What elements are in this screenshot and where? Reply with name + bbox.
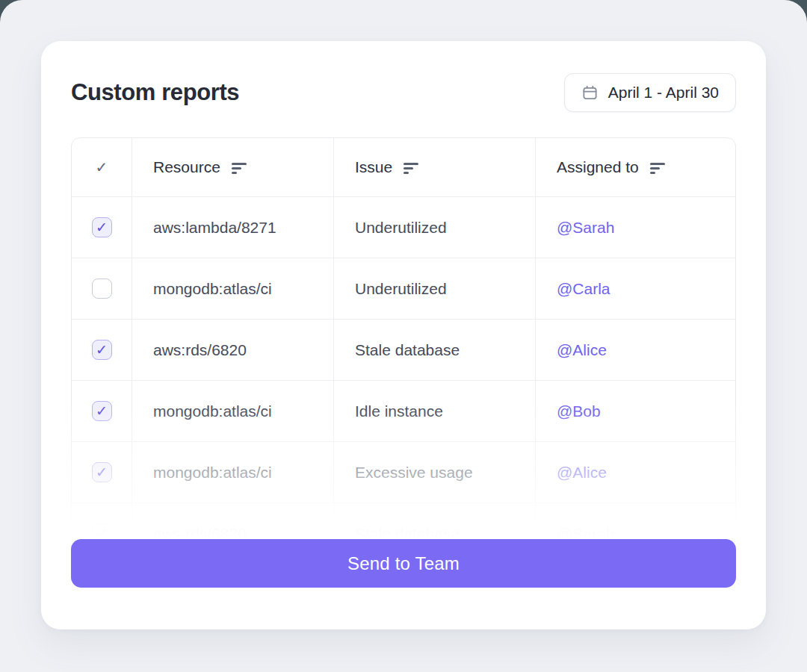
resource-cell: aws:rds/6820 <box>132 503 333 538</box>
issue-cell: Excessive usage <box>333 442 535 503</box>
page-title: Custom reports <box>71 79 239 106</box>
table-row-partial[interactable]: ✓ aws:rds/6820 Stale database @Sarah <box>72 503 735 538</box>
row-checkbox[interactable]: ✓ <box>92 279 112 299</box>
resource-cell: mongodb:atlas/ci <box>132 381 333 441</box>
table-header-row: ✓ Resource Issue Assigned to <box>72 138 735 196</box>
resource-cell: aws:rds/6820 <box>132 320 333 380</box>
table-row[interactable]: ✓ aws:lambda/8271 Underutilized @Sarah <box>72 196 735 258</box>
issue-cell: Stale database <box>333 320 535 380</box>
checkmark-icon: ✓ <box>96 220 108 234</box>
row-checkbox[interactable]: ✓ <box>92 462 112 482</box>
checkmark-icon: ✓ <box>96 465 108 479</box>
check-icon: ✓ <box>96 158 108 176</box>
assignee-mention[interactable]: @Carla <box>557 280 610 298</box>
assignee-mention[interactable]: @Sarah <box>557 525 614 538</box>
row-checkbox[interactable]: ✓ <box>92 340 112 360</box>
card-header: Custom reports April 1 - April 30 <box>71 72 736 113</box>
resource-cell: mongodb:atlas/ci <box>132 442 333 503</box>
select-all-header[interactable]: ✓ <box>72 138 132 196</box>
custom-reports-card: Custom reports April 1 - April 30 ✓ <box>41 41 766 629</box>
checkmark-icon: ✓ <box>96 526 108 538</box>
send-to-team-button[interactable]: Send to Team <box>71 539 736 588</box>
calendar-icon <box>581 84 599 102</box>
page-background: Custom reports April 1 - April 30 ✓ <box>0 0 807 672</box>
resource-cell: mongodb:atlas/ci <box>132 258 333 319</box>
issue-cell: Underutilized <box>333 258 535 319</box>
sort-icon <box>404 163 418 174</box>
assignee-mention[interactable]: @Alice <box>557 341 607 359</box>
issue-cell: Underutilized <box>333 197 535 258</box>
table-row[interactable]: ✓ mongodb:atlas/ci Idle instance @Bob <box>72 380 735 441</box>
assignee-mention[interactable]: @Sarah <box>557 219 614 237</box>
row-checkbox[interactable]: ✓ <box>92 217 112 237</box>
row-checkbox[interactable]: ✓ <box>92 523 112 538</box>
issue-cell: Idle instance <box>333 381 535 441</box>
checkmark-icon: ✓ <box>96 404 108 418</box>
resource-cell: aws:lambda/8271 <box>132 197 333 258</box>
column-header-assigned-to[interactable]: Assigned to <box>535 138 735 196</box>
assignee-mention[interactable]: @Bob <box>557 402 601 420</box>
reports-table: ✓ Resource Issue Assigned to ✓ aws:lambd… <box>71 137 736 538</box>
assignee-mention[interactable]: @Alice <box>557 464 607 482</box>
sort-icon <box>650 163 665 174</box>
table-row[interactable]: ✓ mongodb:atlas/ci Underutilized @Carla <box>72 258 735 319</box>
date-range-label: April 1 - April 30 <box>608 84 719 102</box>
table-row[interactable]: ✓ aws:rds/6820 Stale database @Alice <box>72 319 735 380</box>
column-header-resource[interactable]: Resource <box>132 138 333 196</box>
checkmark-icon: ✓ <box>96 343 108 357</box>
date-range-button[interactable]: April 1 - April 30 <box>564 73 736 112</box>
row-checkbox[interactable]: ✓ <box>92 401 112 421</box>
issue-cell: Stale database <box>333 503 535 538</box>
sort-icon <box>232 163 247 174</box>
column-header-issue[interactable]: Issue <box>333 138 535 196</box>
table-row[interactable]: ✓ mongodb:atlas/ci Excessive usage @Alic… <box>72 441 735 503</box>
